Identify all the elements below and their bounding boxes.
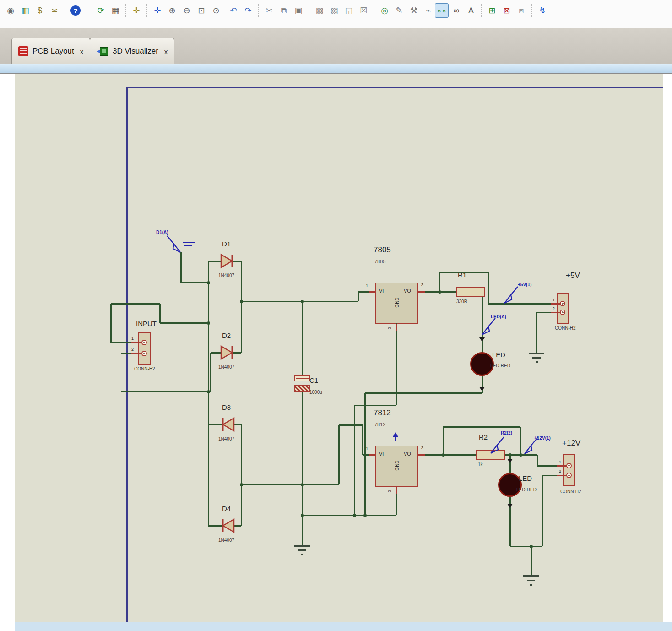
- wire-segment[interactable]: [443, 427, 444, 455]
- wire-segment[interactable]: [241, 424, 242, 526]
- connector-pin[interactable]: [560, 301, 565, 306]
- resistor-value: 330R: [456, 299, 467, 304]
- ground-symbol: [523, 575, 539, 586]
- junction-dot: [207, 390, 210, 393]
- connector-pin[interactable]: [566, 463, 572, 468]
- pin-number: 1: [366, 446, 368, 451]
- plus12v-connector-body[interactable]: [563, 454, 575, 486]
- capacitor-c1-plate-polarized[interactable]: [294, 385, 310, 392]
- connector-pin[interactable]: [141, 351, 147, 356]
- wire-segment[interactable]: [363, 454, 369, 456]
- wire-segment[interactable]: [159, 304, 161, 323]
- connector-pin[interactable]: [566, 473, 572, 478]
- wire-segment[interactable]: [241, 484, 339, 485]
- voltage-probe-icon[interactable]: [488, 435, 506, 455]
- wire-segment[interactable]: [358, 291, 369, 293]
- diode-d1-symbol[interactable]: [219, 253, 236, 269]
- wire-segment[interactable]: [488, 272, 489, 304]
- wire-segment[interactable]: [425, 291, 439, 293]
- wire-segment[interactable]: [354, 405, 396, 406]
- pin-stub: [369, 454, 375, 456]
- regulator-pin-vi: VI: [379, 451, 384, 457]
- diode-d4-symbol[interactable]: [219, 517, 236, 534]
- wire-segment[interactable]: [339, 424, 363, 426]
- wire-segment[interactable]: [302, 392, 303, 545]
- wire-segment[interactable]: [121, 391, 211, 392]
- input-connector-body[interactable]: [138, 332, 151, 365]
- connector-label: +12V: [562, 439, 580, 448]
- connector-pin[interactable]: [141, 340, 147, 345]
- plus5v-connector-body[interactable]: [557, 293, 569, 324]
- wire-segment[interactable]: [210, 353, 211, 392]
- wire-segment[interactable]: [365, 392, 482, 394]
- wire-segment[interactable]: [180, 252, 182, 283]
- pin-number: 2: [553, 306, 555, 311]
- wire-segment[interactable]: [302, 515, 396, 516]
- connector-label: +5V: [566, 271, 580, 280]
- voltage-probe-icon[interactable]: [501, 285, 520, 305]
- probe-arrow-stem: [395, 437, 396, 441]
- junction-dot: [207, 321, 210, 325]
- led-anode-arrow-icon: [507, 459, 513, 463]
- regulator-name: 7805: [374, 245, 391, 255]
- wire-segment[interactable]: [542, 475, 543, 546]
- pin-stub: [396, 324, 397, 331]
- wire-segment[interactable]: [537, 312, 551, 313]
- wire-segment[interactable]: [241, 301, 358, 302]
- connector-pin[interactable]: [560, 310, 565, 315]
- junction-dot: [301, 300, 304, 303]
- wire-segment[interactable]: [354, 405, 355, 515]
- wire-segment[interactable]: [537, 465, 558, 467]
- pin-number: 1: [366, 283, 368, 288]
- wire-segment[interactable]: [439, 291, 456, 293]
- wire-segment[interactable]: [241, 261, 242, 353]
- wire-segment[interactable]: [160, 322, 208, 324]
- voltage-probe-icon[interactable]: [521, 436, 540, 455]
- voltage-probe-icon[interactable]: [479, 317, 497, 336]
- wire-segment[interactable]: [510, 546, 542, 547]
- wire-segment[interactable]: [542, 475, 558, 476]
- wire-segment[interactable]: [537, 455, 538, 466]
- wire-segment[interactable]: [302, 301, 303, 376]
- connector-value: CONN-H2: [134, 366, 155, 371]
- capacitor-c1-plate[interactable]: [294, 375, 310, 381]
- wire-segment[interactable]: [362, 425, 363, 455]
- diode-d3-symbol[interactable]: [219, 416, 236, 433]
- diode-d2-symbol[interactable]: [219, 344, 236, 361]
- pin-number: 1: [559, 460, 561, 464]
- pin-stub: [551, 303, 561, 305]
- junction-dot: [301, 514, 304, 517]
- voltage-probe-icon[interactable]: [165, 234, 184, 254]
- junction-dot: [438, 290, 441, 294]
- wire-segment[interactable]: [338, 425, 340, 484]
- wire-segment[interactable]: [439, 272, 440, 292]
- wire-segment[interactable]: [111, 303, 160, 305]
- pin-number: 2: [387, 327, 392, 329]
- wire-segment[interactable]: [364, 393, 366, 515]
- regulator-pin-vi: VI: [379, 288, 384, 294]
- diode-value: 1N4007: [218, 538, 234, 543]
- wire-segment[interactable]: [110, 304, 112, 343]
- resistor-ref: R2: [479, 433, 488, 441]
- pin-stub: [418, 291, 425, 293]
- junction-dot: [240, 300, 243, 303]
- wire-segment[interactable]: [443, 426, 520, 428]
- wire-segment[interactable]: [425, 454, 443, 456]
- wire-segment[interactable]: [121, 353, 132, 354]
- wire-segment[interactable]: [208, 261, 209, 526]
- led-cathode-arrow-icon: [507, 504, 513, 508]
- wire-segment[interactable]: [396, 323, 397, 405]
- wire-segment[interactable]: [181, 282, 208, 283]
- wire-segment[interactable]: [443, 454, 476, 456]
- wire-segment[interactable]: [531, 546, 532, 575]
- wire-segment[interactable]: [358, 292, 359, 301]
- probe-label: R2(2): [501, 430, 512, 435]
- proteus-window: ◉▥$≍?⟳▦✛✛⊕⊖⊡⊙↶↷✂⧉▣▩▨◲☒◎✎⚒⌁⧟∞A⊞⊠⧈↯ PCB La…: [0, 0, 672, 631]
- regulator-pin-gnd: GND: [395, 457, 400, 475]
- wire-segment[interactable]: [536, 312, 537, 353]
- led-ref: LED: [492, 351, 505, 359]
- wire-segment[interactable]: [509, 455, 511, 473]
- resistor-r1-body[interactable]: [456, 287, 485, 297]
- wire-segment[interactable]: [111, 342, 132, 343]
- pin-stub: [369, 291, 375, 293]
